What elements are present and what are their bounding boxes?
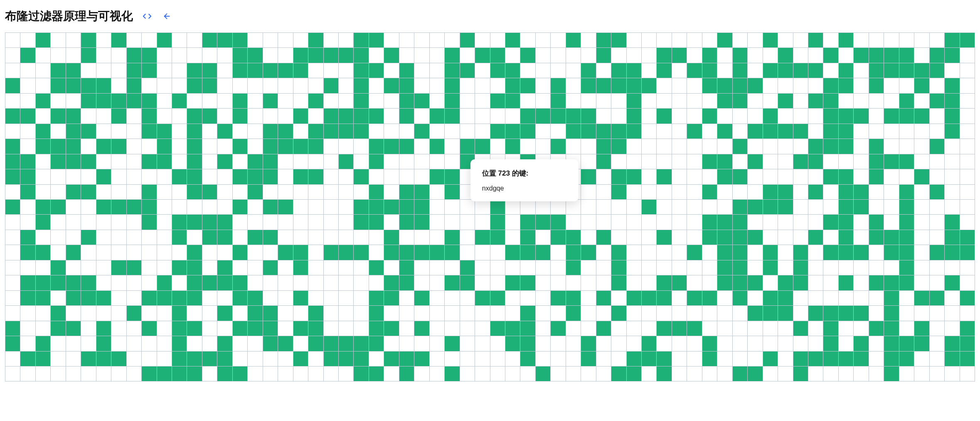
grid-cell[interactable] <box>520 200 535 214</box>
grid-cell[interactable] <box>369 367 384 381</box>
grid-cell[interactable] <box>551 200 565 214</box>
grid-cell[interactable] <box>187 321 202 336</box>
grid-cell[interactable] <box>520 306 535 320</box>
grid-cell[interactable] <box>187 245 202 260</box>
grid-cell[interactable] <box>475 139 490 154</box>
grid-cell[interactable] <box>960 245 975 260</box>
grid-cell[interactable] <box>278 275 293 290</box>
grid-cell[interactable] <box>217 185 232 199</box>
grid-cell[interactable] <box>263 230 278 245</box>
grid-cell[interactable] <box>702 94 717 108</box>
grid-cell[interactable] <box>430 321 444 336</box>
grid-cell[interactable] <box>384 139 399 154</box>
grid-cell[interactable] <box>839 260 853 275</box>
grid-cell[interactable] <box>642 139 656 154</box>
grid-cell[interactable] <box>839 275 853 290</box>
grid-cell[interactable] <box>217 33 232 47</box>
grid-cell[interactable] <box>202 154 217 169</box>
grid-cell[interactable] <box>445 367 459 381</box>
grid-cell[interactable] <box>278 78 293 93</box>
grid-cell[interactable] <box>324 352 338 366</box>
grid-cell[interactable] <box>81 48 96 62</box>
grid-cell[interactable] <box>339 245 353 260</box>
grid-cell[interactable] <box>596 154 611 169</box>
grid-cell[interactable] <box>596 124 611 139</box>
grid-cell[interactable] <box>142 185 156 199</box>
grid-cell[interactable] <box>884 275 899 290</box>
grid-cell[interactable] <box>551 367 565 381</box>
grid-cell[interactable] <box>596 169 611 184</box>
grid-cell[interactable] <box>414 109 429 123</box>
grid-cell[interactable] <box>127 291 141 305</box>
grid-cell[interactable] <box>627 291 641 305</box>
grid-cell[interactable] <box>960 275 975 290</box>
grid-cell[interactable] <box>399 109 414 123</box>
grid-cell[interactable] <box>414 321 429 336</box>
grid-cell[interactable] <box>778 33 793 47</box>
grid-cell[interactable] <box>627 33 641 47</box>
grid-cell[interactable] <box>127 367 141 381</box>
grid-cell[interactable] <box>778 200 793 214</box>
grid-cell[interactable] <box>96 200 111 214</box>
grid-cell[interactable] <box>248 48 262 62</box>
grid-cell[interactable] <box>263 94 278 108</box>
grid-cell[interactable] <box>430 139 444 154</box>
grid-cell[interactable] <box>460 230 475 245</box>
grid-cell[interactable] <box>793 63 808 78</box>
grid-cell[interactable] <box>657 367 671 381</box>
grid-cell[interactable] <box>899 48 914 62</box>
grid-cell[interactable] <box>308 169 323 184</box>
grid-cell[interactable] <box>339 336 353 351</box>
grid-cell[interactable] <box>187 291 202 305</box>
grid-cell[interactable] <box>324 321 338 336</box>
grid-cell[interactable] <box>793 33 808 47</box>
grid-cell[interactable] <box>96 367 111 381</box>
grid-cell[interactable] <box>763 185 778 199</box>
grid-cell[interactable] <box>324 169 338 184</box>
grid-cell[interactable] <box>5 200 20 214</box>
grid-cell[interactable] <box>263 33 278 47</box>
grid-cell[interactable] <box>854 48 868 62</box>
grid-cell[interactable] <box>66 321 81 336</box>
grid-cell[interactable] <box>263 63 278 78</box>
grid-cell[interactable] <box>384 215 399 229</box>
grid-cell[interactable] <box>414 260 429 275</box>
grid-cell[interactable] <box>293 200 308 214</box>
grid-cell[interactable] <box>657 200 671 214</box>
grid-cell[interactable] <box>369 154 384 169</box>
grid-cell[interactable] <box>460 260 475 275</box>
grid-cell[interactable] <box>263 260 278 275</box>
grid-cell[interactable] <box>884 154 899 169</box>
grid-cell[interactable] <box>869 352 884 366</box>
grid-cell[interactable] <box>5 306 20 320</box>
grid-cell[interactable] <box>430 78 444 93</box>
grid-cell[interactable] <box>899 169 914 184</box>
grid-cell[interactable] <box>202 109 217 123</box>
grid-cell[interactable] <box>20 200 35 214</box>
grid-cell[interactable] <box>520 291 535 305</box>
grid-cell[interactable] <box>748 215 762 229</box>
grid-cell[interactable] <box>20 336 35 351</box>
grid-cell[interactable] <box>51 139 65 154</box>
grid-cell[interactable] <box>596 185 611 199</box>
grid-cell[interactable] <box>278 63 293 78</box>
grid-cell[interactable] <box>278 306 293 320</box>
grid-cell[interactable] <box>717 185 732 199</box>
grid-cell[interactable] <box>278 291 293 305</box>
grid-cell[interactable] <box>369 33 384 47</box>
grid-cell[interactable] <box>66 230 81 245</box>
grid-cell[interactable] <box>914 94 929 108</box>
grid-cell[interactable] <box>36 185 50 199</box>
grid-cell[interactable] <box>778 367 793 381</box>
grid-cell[interactable] <box>627 336 641 351</box>
grid-cell[interactable] <box>5 260 20 275</box>
grid-cell[interactable] <box>702 109 717 123</box>
grid-cell[interactable] <box>642 94 656 108</box>
grid-cell[interactable] <box>839 33 853 47</box>
grid-cell[interactable] <box>733 169 747 184</box>
grid-cell[interactable] <box>930 185 944 199</box>
grid-cell[interactable] <box>233 200 247 214</box>
grid-cell[interactable] <box>399 33 414 47</box>
grid-cell[interactable] <box>642 260 656 275</box>
grid-cell[interactable] <box>81 154 96 169</box>
